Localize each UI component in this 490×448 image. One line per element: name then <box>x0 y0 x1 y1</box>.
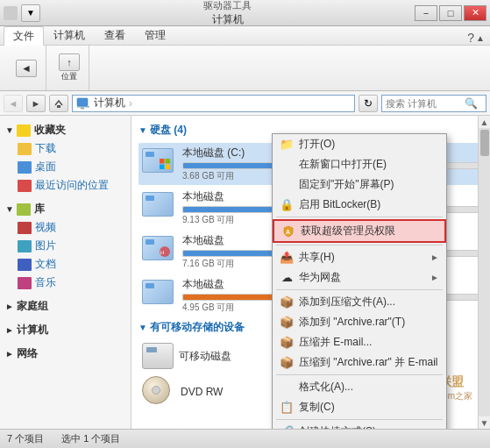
svg-rect-6 <box>160 165 165 170</box>
ribbon-group-location: ↑ 位置 <box>50 46 89 90</box>
context-menu: 📁 打开(O) 在新窗口中打开(E) 固定到"开始"屏幕(P) 🔒 启用 Bit… <box>272 133 447 429</box>
tab-file[interactable]: 文件 <box>4 26 44 46</box>
svg-rect-2 <box>77 106 89 108</box>
ribbon-btn-up[interactable]: ↑ 位置 <box>55 52 83 84</box>
ctx-compress-email[interactable]: 📦 压缩并 E-mail... <box>273 332 446 352</box>
download-label: 下载 <box>35 141 56 156</box>
desktop-label: 桌面 <box>35 160 56 174</box>
ctx-open-label: 打开(O) <box>299 137 335 152</box>
svg-rect-3 <box>81 107 84 109</box>
scroll-up-arrow[interactable]: ▲ <box>479 116 491 128</box>
library-icon <box>17 203 31 216</box>
ctx-add-rar[interactable]: 📦 添加到 "Archive.rar"(T) <box>273 312 446 332</box>
up-button[interactable] <box>49 95 68 112</box>
close-button[interactable]: ✕ <box>464 5 486 21</box>
disk-body-c <box>142 148 174 173</box>
drive-2-icon <box>142 192 177 224</box>
tab-driver-tools[interactable] <box>313 41 330 45</box>
drive-4-icon <box>142 280 177 311</box>
music-icon <box>18 277 32 289</box>
tools-label: 驱动器工具 <box>203 0 252 12</box>
ribbon-btn-back[interactable]: ◄ <box>12 58 40 79</box>
favorites-arrow: ▼ <box>5 125 14 135</box>
ctx-compress-rar-email[interactable]: 📦 压缩到 "Archive.rar" 并 E-mail <box>273 352 446 373</box>
ctx-shortcut-label: 创建快捷方式(S) <box>299 424 376 429</box>
shield-icon: A <box>282 225 295 238</box>
ctx-pin-label: 固定到"开始"屏幕(P) <box>299 177 394 192</box>
ctx-add-archive[interactable]: 📦 添加到压缩文件(A)... <box>273 292 446 312</box>
tab-manage[interactable]: 管理 <box>135 25 175 45</box>
scrollbar[interactable]: ▲ ▼ <box>478 116 490 429</box>
ctx-open-new-label: 在新窗口中打开(E) <box>299 157 387 172</box>
svg-text:A: A <box>286 229 290 235</box>
sidebar-homegroup-header[interactable]: ► 家庭组 <box>0 297 131 316</box>
ctx-huawei[interactable]: ☁ 华为网盘 ► <box>273 267 446 288</box>
tab-computer[interactable]: 计算机 <box>44 25 95 45</box>
sidebar-library-header[interactable]: ▼ 库 <box>0 200 131 218</box>
help-icon[interactable]: ? <box>467 31 474 45</box>
library-label: 库 <box>34 202 45 217</box>
ctx-format-label: 格式化(A)... <box>299 380 353 395</box>
desktop-icon <box>18 161 32 174</box>
sidebar-item-video[interactable]: 视频 <box>0 218 131 237</box>
scroll-down-arrow[interactable]: ▼ <box>479 416 491 429</box>
tab-view[interactable]: 查看 <box>95 25 135 45</box>
ctx-sep-1 <box>276 217 443 217</box>
up-arrow-icon <box>53 98 64 109</box>
sidebar-item-music[interactable]: 音乐 <box>0 274 131 292</box>
address-path-field[interactable]: 计算机 › <box>72 95 355 112</box>
forward-button[interactable]: ► <box>26 95 46 112</box>
ribbon-help: ? ▲ <box>467 31 490 45</box>
scroll-thumb[interactable] <box>480 130 489 156</box>
sidebar-computer-header[interactable]: ► 计算机 <box>0 321 131 339</box>
window-controls: − □ ✕ <box>415 5 486 21</box>
ctx-copy-label: 复制(C) <box>299 400 335 415</box>
sidebar-favorites-header[interactable]: ▼ 收藏夹 <box>0 121 131 139</box>
quick-access-btn[interactable]: ▼ <box>21 4 40 22</box>
ctx-share-arrow: ► <box>430 252 439 262</box>
ctx-shortcut[interactable]: 🔗 创建快捷方式(S) <box>273 422 446 429</box>
refresh-button[interactable]: ↻ <box>359 95 378 112</box>
expand-icon[interactable]: ▲ <box>476 33 485 43</box>
minimize-button[interactable]: − <box>415 5 437 21</box>
search-input[interactable] <box>386 98 465 109</box>
sidebar-item-download[interactable]: 下载 <box>0 139 131 158</box>
computer-label: 计算机 <box>17 323 48 338</box>
ctx-open[interactable]: 📁 打开(O) <box>273 134 446 154</box>
sidebar-item-recent[interactable]: 最近访问的位置 <box>0 176 131 195</box>
sidebar-item-photo[interactable]: 图片 <box>0 237 131 255</box>
ctx-copy[interactable]: 📋 复制(C) <box>273 397 446 417</box>
ctx-compress-rar-email-label: 压缩到 "Archive.rar" 并 E-mail <box>299 355 438 370</box>
sidebar-item-desktop[interactable]: 桌面 <box>0 158 131 176</box>
ctx-open-icon: 📁 <box>280 138 294 152</box>
ctx-share[interactable]: 📤 共享(H) ► <box>273 247 446 267</box>
ctx-open-new-icon <box>280 158 294 172</box>
maximize-button[interactable]: □ <box>439 5 462 21</box>
favorites-icon <box>17 124 31 137</box>
ctx-bitlocker[interactable]: 🔒 启用 BitLocker(B) <box>273 195 446 215</box>
back-button[interactable]: ◄ <box>4 95 23 112</box>
ctx-format[interactable]: 格式化(A)... <box>273 377 446 397</box>
homegroup-label: 家庭组 <box>17 299 48 314</box>
ctx-open-new[interactable]: 在新窗口中打开(E) <box>273 154 446 174</box>
scroll-track[interactable] <box>479 128 491 416</box>
sidebar-item-doc[interactable]: 文档 <box>0 255 131 274</box>
network-label: 网络 <box>17 346 38 361</box>
ribbon-tabs: 文件 计算机 查看 管理 ? ▲ <box>0 26 490 46</box>
dvd-disk <box>142 376 170 404</box>
sidebar-network-header[interactable]: ► 网络 <box>0 345 131 363</box>
doc-icon <box>18 259 32 271</box>
sidebar-section-library: ▼ 库 视频 图片 文档 音乐 <box>0 200 131 292</box>
svg-text:H: H <box>160 250 164 255</box>
svg-rect-7 <box>166 165 171 170</box>
sidebar-section-homegroup: ► 家庭组 <box>0 297 131 316</box>
svg-rect-1 <box>77 98 88 106</box>
library-arrow: ▼ <box>5 204 14 214</box>
path-text: 计算机 <box>94 96 125 110</box>
window-title: 计算机 <box>212 12 244 27</box>
ctx-admin[interactable]: A 获取超级管理员权限 <box>273 219 446 243</box>
windows-logo-c <box>159 158 171 170</box>
up-label: 位置 <box>61 71 77 82</box>
ctx-pin-start[interactable]: 固定到"开始"屏幕(P) <box>273 174 446 195</box>
up-icon: ↑ <box>59 53 80 71</box>
